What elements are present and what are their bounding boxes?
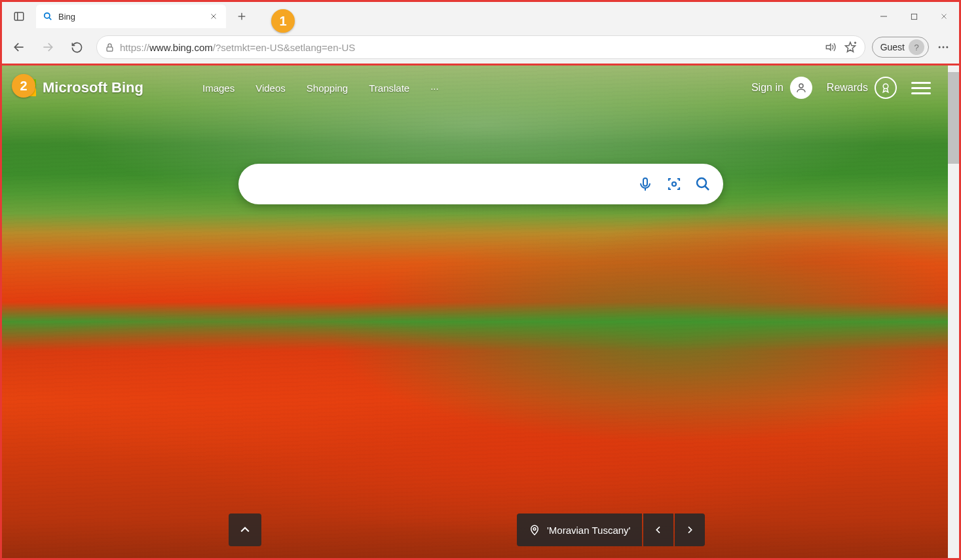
search-container <box>238 164 723 204</box>
image-caption: 'Moravian Tuscany' <box>547 525 630 536</box>
window-close-button[interactable] <box>929 2 959 31</box>
bing-logo-text: Microsoft Bing <box>43 79 143 96</box>
scrollbar-thumb[interactable] <box>948 72 959 164</box>
window-controls <box>869 2 959 31</box>
svg-marker-15 <box>845 43 855 52</box>
next-image-button[interactable] <box>675 513 705 546</box>
profile-button[interactable]: Guest ? <box>872 37 929 58</box>
nav-shopping[interactable]: Shopping <box>307 83 348 94</box>
voice-search-icon[interactable] <box>637 176 654 193</box>
image-search-icon[interactable] <box>666 176 683 193</box>
window-minimize-button[interactable] <box>869 2 899 31</box>
svg-point-19 <box>943 47 945 48</box>
bing-logo[interactable]: Microsoft Bing <box>19 79 143 96</box>
svg-rect-14 <box>107 47 113 50</box>
browser-tab[interactable]: Bing <box>36 5 226 28</box>
nav-videos[interactable]: Videos <box>255 83 286 94</box>
nav-more[interactable]: ··· <box>430 83 439 94</box>
browser-chrome: Bing https://www.bing.com/?setmkt=en-US&… <box>0 0 961 65</box>
profile-label: Guest <box>880 42 905 52</box>
prev-image-button[interactable] <box>643 513 673 546</box>
annotation-badge-2: 2 <box>12 74 35 98</box>
tab-title: Bing <box>58 12 202 22</box>
background-image <box>2 65 959 558</box>
bing-header-right: Sign in Rewards <box>751 77 931 99</box>
lock-icon <box>105 43 115 52</box>
bing-header: Microsoft Bing Images Videos Shopping Tr… <box>2 73 948 102</box>
svg-rect-9 <box>911 14 916 19</box>
window-maximize-button[interactable] <box>899 2 929 31</box>
image-info-bar: 'Moravian Tuscany' <box>517 513 705 546</box>
search-submit-icon[interactable] <box>694 176 711 193</box>
search-input[interactable] <box>255 177 637 191</box>
hamburger-menu-button[interactable] <box>911 82 931 94</box>
search-icon <box>43 11 53 22</box>
svg-point-21 <box>799 84 803 88</box>
svg-rect-23 <box>643 178 647 186</box>
location-pin-icon <box>529 524 540 536</box>
address-bar[interactable]: https://www.bing.com/?setmkt=en-US&setla… <box>96 35 865 59</box>
settings-more-button[interactable] <box>932 35 955 59</box>
rewards-label: Rewards <box>827 82 868 94</box>
signin-button[interactable]: Sign in <box>751 77 812 99</box>
svg-point-28 <box>533 528 536 531</box>
scrollbar-track[interactable] <box>948 65 959 558</box>
url-text: https://www.bing.com/?setmkt=en-US&setla… <box>120 42 355 53</box>
svg-line-27 <box>705 187 709 191</box>
svg-point-25 <box>672 182 676 186</box>
expand-up-button[interactable] <box>229 513 261 546</box>
refresh-button[interactable] <box>64 34 90 60</box>
user-icon <box>790 77 812 99</box>
search-box[interactable] <box>238 164 723 204</box>
back-button[interactable] <box>6 34 32 60</box>
toolbar: https://www.bing.com/?setmkt=en-US&setla… <box>2 31 959 64</box>
tab-close-button[interactable] <box>208 10 219 22</box>
tab-strip: Bing <box>2 2 959 31</box>
svg-point-26 <box>697 178 706 187</box>
new-tab-button[interactable] <box>231 6 252 27</box>
page-viewport: Microsoft Bing Images Videos Shopping Tr… <box>0 65 961 560</box>
signin-label: Sign in <box>751 82 783 94</box>
search-actions <box>637 176 711 193</box>
favorites-icon[interactable] <box>844 41 857 54</box>
forward-button[interactable] <box>35 34 61 60</box>
svg-rect-0 <box>14 12 24 20</box>
svg-point-18 <box>939 47 941 48</box>
rewards-button[interactable]: Rewards <box>827 77 897 99</box>
image-info-button[interactable]: 'Moravian Tuscany' <box>517 513 642 546</box>
annotation-badge-1: 1 <box>271 9 295 33</box>
read-aloud-icon[interactable] <box>824 41 837 54</box>
nav-images[interactable]: Images <box>202 83 235 94</box>
svg-point-20 <box>946 47 948 48</box>
tab-actions-button[interactable] <box>7 5 31 28</box>
bing-nav: Images Videos Shopping Translate ··· <box>202 83 439 94</box>
svg-point-2 <box>45 13 50 18</box>
profile-avatar-icon: ? <box>909 39 924 55</box>
svg-line-3 <box>49 18 52 20</box>
nav-translate[interactable]: Translate <box>369 83 409 94</box>
svg-point-22 <box>883 84 888 89</box>
rewards-icon <box>875 77 897 99</box>
